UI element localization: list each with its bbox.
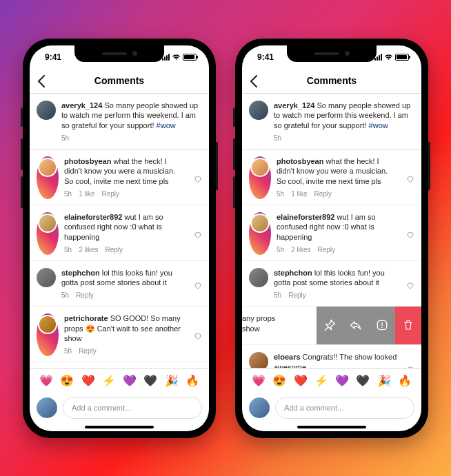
svg-point-2 xyxy=(381,327,383,329)
comment-list[interactable]: averyk_124 So many people showed up to w… xyxy=(242,94,421,368)
username[interactable]: eloears xyxy=(274,353,301,361)
heart-icon[interactable] xyxy=(406,215,414,255)
like-count[interactable]: 2 likes xyxy=(79,245,98,255)
comment-row[interactable]: elaineforster892 wut I am so confused ri… xyxy=(30,205,209,261)
emoji-button[interactable]: 😍 xyxy=(60,374,74,387)
page-title: Comments xyxy=(94,75,144,86)
pin-button[interactable] xyxy=(317,307,343,344)
avatar[interactable] xyxy=(249,352,268,368)
timestamp: 5h xyxy=(277,245,284,255)
emoji-button[interactable]: ⚡ xyxy=(314,374,328,387)
back-icon[interactable] xyxy=(37,74,46,88)
avatar[interactable] xyxy=(249,268,268,287)
story-ring[interactable] xyxy=(37,212,59,255)
username[interactable]: averyk_124 xyxy=(61,101,102,110)
like-count[interactable]: 1 like xyxy=(291,189,307,199)
reply-button[interactable]: Reply xyxy=(288,291,306,300)
reply-button[interactable]: Reply xyxy=(317,245,335,255)
reply-button[interactable]: Reply xyxy=(105,245,123,255)
avatar[interactable] xyxy=(38,158,57,177)
comment-input[interactable]: Add a comment... xyxy=(275,397,414,419)
story-ring[interactable] xyxy=(37,156,59,199)
home-indicator[interactable] xyxy=(85,426,154,428)
reply-button[interactable]: Reply xyxy=(79,346,97,356)
heart-icon[interactable] xyxy=(194,316,202,356)
heart-icon[interactable] xyxy=(406,271,414,300)
notch xyxy=(287,45,377,62)
avatar[interactable] xyxy=(38,214,57,233)
timestamp: 5h xyxy=(277,189,284,199)
avatar[interactable] xyxy=(37,397,57,418)
emoji-button[interactable]: ❤️ xyxy=(294,374,308,387)
username[interactable]: photosbyean xyxy=(277,157,323,165)
comment-row[interactable]: stephchon lol this looks fun! you gotta … xyxy=(30,261,209,307)
emoji-button[interactable]: 😍 xyxy=(272,374,286,387)
emoji-button[interactable]: ❤️ xyxy=(81,374,95,387)
comment-row[interactable]: elaineforster892 wut I am so confused ri… xyxy=(242,205,421,261)
heart-icon[interactable] xyxy=(406,355,414,368)
emoji-button[interactable]: 🔥 xyxy=(186,374,199,387)
avatar[interactable] xyxy=(37,268,56,287)
username[interactable]: averyk_124 xyxy=(274,101,314,110)
username[interactable]: photosbyean xyxy=(64,157,111,165)
emoji-button[interactable]: 💜 xyxy=(335,374,349,387)
hashtag[interactable]: #wow xyxy=(157,121,176,130)
story-ring[interactable] xyxy=(249,156,271,199)
phone-right: 9:41 Comments averyk_124 So many people … xyxy=(235,39,428,438)
heart-icon[interactable] xyxy=(406,159,414,199)
notch xyxy=(74,45,164,62)
username[interactable]: elaineforster892 xyxy=(64,213,122,221)
comment-row[interactable]: photosbyean what the heck! I didn't know… xyxy=(242,149,421,205)
timestamp: 5h xyxy=(64,245,72,255)
reply-button[interactable]: Reply xyxy=(76,291,94,300)
emoji-button[interactable]: ⚡ xyxy=(102,374,116,387)
back-icon[interactable] xyxy=(249,74,259,88)
comment-row[interactable]: eloears Congrats!! The show looked aweso… xyxy=(242,345,421,368)
heart-icon[interactable] xyxy=(194,271,202,300)
page-header: Comments xyxy=(30,69,209,94)
avatar[interactable] xyxy=(249,397,270,418)
comment-row[interactable]: photosbyean what the heck! I didn't know… xyxy=(30,149,209,205)
like-count[interactable]: 2 likes xyxy=(291,245,310,255)
emoji-button[interactable]: 💗 xyxy=(252,374,265,387)
reply-button[interactable]: Reply xyxy=(101,189,119,199)
avatar[interactable] xyxy=(250,214,270,233)
emoji-button[interactable]: 🎉 xyxy=(165,374,179,387)
emoji-button[interactable]: 💗 xyxy=(39,374,53,387)
avatar[interactable] xyxy=(249,101,268,120)
reply-arrow-icon xyxy=(349,318,363,332)
page-title: Comments xyxy=(307,75,357,86)
hashtag[interactable]: #wow xyxy=(369,121,388,130)
emoji-button[interactable]: 🖤 xyxy=(143,374,157,387)
report-button[interactable] xyxy=(369,307,395,344)
avatar[interactable] xyxy=(37,101,56,120)
emoji-button[interactable]: 🔥 xyxy=(398,374,412,387)
caption-row: averyk_124 So many people showed up to w… xyxy=(242,94,421,149)
comment-list[interactable]: averyk_124 So many people showed up to w… xyxy=(30,94,209,368)
emoji-button[interactable]: 🖤 xyxy=(356,374,370,387)
username[interactable]: stephchon xyxy=(274,269,312,277)
comment-row-swiped[interactable]: any propsshow xyxy=(242,307,421,345)
delete-button[interactable] xyxy=(395,307,421,344)
story-ring[interactable] xyxy=(249,212,271,255)
comment-row[interactable]: petrichorate SO GOOD! So many props 😍 Ca… xyxy=(30,307,209,362)
story-ring[interactable] xyxy=(37,313,59,356)
comment-row[interactable]: eloears Congrats!! The show looked aweso… xyxy=(30,362,209,368)
status-indicators xyxy=(374,54,409,61)
emoji-button[interactable]: 🎉 xyxy=(377,374,391,387)
avatar[interactable] xyxy=(250,158,270,177)
comment-input[interactable]: Add a comment... xyxy=(63,397,202,419)
emoji-button[interactable]: 💜 xyxy=(123,374,137,387)
comment-row[interactable]: stephchon lol this looks fun! you gotta … xyxy=(242,261,421,307)
phone-left: 9:41 Comments averyk_124 So many people … xyxy=(23,39,216,438)
home-indicator[interactable] xyxy=(297,426,366,428)
like-count[interactable]: 1 like xyxy=(79,189,94,199)
reply-action-button[interactable] xyxy=(343,307,369,344)
username[interactable]: stephchon xyxy=(61,269,100,277)
avatar[interactable] xyxy=(38,315,57,334)
heart-icon[interactable] xyxy=(194,159,202,199)
heart-icon[interactable] xyxy=(194,215,202,255)
username[interactable]: petrichorate xyxy=(64,314,108,322)
reply-button[interactable]: Reply xyxy=(314,189,332,199)
username[interactable]: elaineforster892 xyxy=(277,213,334,221)
